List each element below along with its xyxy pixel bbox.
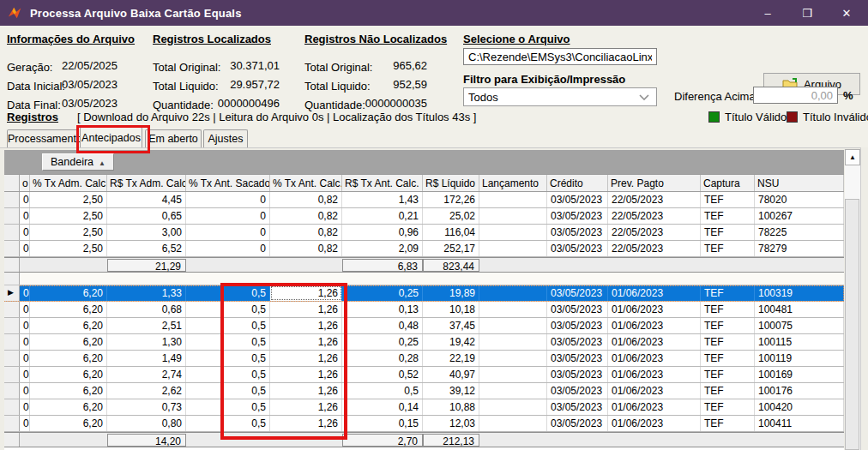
cell[interactable]: 6,52	[107, 241, 186, 256]
cell[interactable]: 0,28	[342, 351, 423, 366]
cell[interactable]: 0,52	[342, 367, 423, 382]
column-header[interactable]: Captura	[701, 175, 755, 191]
cell[interactable]: 100420	[755, 399, 844, 415]
table-row[interactable]: 02,503,0000,820,96116,0403/05/202322/05/…	[4, 225, 844, 241]
cell[interactable]	[479, 383, 547, 399]
cell[interactable]: 01/06/2023	[608, 334, 701, 350]
cell[interactable]: 100481	[755, 302, 844, 317]
cell[interactable]: 252,17	[423, 241, 479, 256]
cell[interactable]: 03/05/2023	[547, 334, 608, 350]
cell[interactable]: 03/05/2023	[547, 399, 608, 415]
cell[interactable]: 100169	[755, 367, 844, 382]
cell[interactable]	[479, 334, 547, 350]
cell[interactable]: 1,26	[270, 334, 342, 350]
cell[interactable]: TEF	[701, 351, 755, 366]
cell[interactable]	[479, 367, 547, 382]
cell[interactable]: 1,30	[107, 334, 186, 350]
scrollbar-thumb[interactable]	[845, 199, 859, 450]
cell[interactable]: TEF	[701, 192, 755, 207]
cell[interactable]: 01/06/2023	[608, 399, 701, 415]
minimize-button-icon[interactable]: –	[748, 0, 787, 26]
cell[interactable]: 0,82	[270, 208, 342, 224]
cell[interactable]: 0,21	[342, 208, 423, 224]
cell[interactable]: 0,5	[186, 285, 270, 301]
cell[interactable]: 2,62	[107, 383, 186, 399]
cell[interactable]: 03/05/2023	[547, 192, 608, 207]
cell[interactable]: 0,5	[186, 399, 270, 415]
cell[interactable]: TEF	[701, 225, 755, 240]
cell[interactable]: 0	[20, 241, 30, 256]
cell[interactable]: 10,88	[423, 399, 479, 415]
cell[interactable]: 0,15	[342, 416, 423, 431]
cell[interactable]: 0	[20, 318, 30, 333]
column-header[interactable]: % Tx Ant. Sacado	[186, 175, 270, 191]
cell[interactable]: 6,20	[30, 285, 107, 301]
cell[interactable]: TEF	[701, 302, 755, 317]
column-header[interactable]: % Tx Adm. Calc.	[30, 175, 107, 191]
cell[interactable]: 22,19	[423, 351, 479, 366]
cell[interactable]: 78225	[755, 225, 844, 240]
cell[interactable]: 0,82	[270, 225, 342, 240]
cell[interactable]: 01/06/2023	[608, 416, 701, 431]
column-header[interactable]: % Tx Ant. Calc.	[270, 175, 342, 191]
table-row[interactable]: 06,201,490,51,260,2822,1903/05/202301/06…	[4, 351, 844, 367]
cell[interactable]: 25,02	[423, 208, 479, 224]
cell[interactable]: 03/05/2023	[547, 383, 608, 399]
cell[interactable]: 6,20	[30, 367, 107, 382]
cell[interactable]: 1,26	[270, 367, 342, 382]
cell[interactable]: 2,50	[30, 225, 107, 240]
cell[interactable]: 0,5	[186, 383, 270, 399]
cell[interactable]: 100075	[755, 318, 844, 333]
table-row[interactable]: 06,201,300,51,260,2519,4203/05/202301/06…	[4, 334, 844, 351]
cell[interactable]	[479, 399, 547, 415]
cell[interactable]	[479, 416, 547, 431]
column-header[interactable]: o	[20, 175, 30, 191]
cell[interactable]: 2,74	[107, 367, 186, 382]
cell[interactable]: 116,04	[423, 225, 479, 240]
cell[interactable]: 0,80	[107, 416, 186, 431]
cell[interactable]: 0,5	[186, 318, 270, 333]
column-header[interactable]: Prev. Pagto	[608, 175, 701, 191]
cell[interactable]: 0,48	[342, 318, 423, 333]
cell[interactable]: 0,82	[270, 192, 342, 207]
cell[interactable]: 0,5	[186, 302, 270, 317]
cell[interactable]: 0	[20, 192, 30, 207]
cell[interactable]: 0	[20, 208, 30, 224]
cell[interactable]: TEF	[701, 383, 755, 399]
cell[interactable]: 0,82	[270, 241, 342, 256]
table-row[interactable]: 02,506,5200,822,09252,1703/05/202322/05/…	[4, 241, 844, 257]
cell[interactable]: 37,45	[423, 318, 479, 333]
cell[interactable]: 01/06/2023	[608, 383, 701, 399]
cell[interactable]: 1,43	[342, 192, 423, 207]
cell[interactable]: 78020	[755, 192, 844, 207]
cell[interactable]: 01/06/2023	[608, 367, 701, 382]
cell[interactable]: 0	[20, 367, 30, 382]
cell[interactable]: 03/05/2023	[547, 318, 608, 333]
maximize-button-icon[interactable]: ❒	[787, 0, 827, 26]
cell[interactable]: 0,5	[186, 334, 270, 350]
cell[interactable]: 6,20	[30, 318, 107, 333]
cell[interactable]: TEF	[701, 334, 755, 350]
cell[interactable]: TEF	[701, 416, 755, 431]
tab-em-aberto[interactable]: Em aberto	[145, 129, 202, 147]
group-by-chip-bandeira[interactable]: Bandeira▲	[42, 153, 114, 171]
cell[interactable]	[479, 208, 547, 224]
cell[interactable]: 0,14	[342, 399, 423, 415]
cell[interactable]	[479, 241, 547, 256]
cell[interactable]: 0	[20, 302, 30, 317]
cell[interactable]: 100411	[755, 416, 844, 431]
cell[interactable]: 78279	[755, 241, 844, 256]
cell[interactable]: 0	[20, 383, 30, 399]
cell[interactable]: 100267	[755, 208, 844, 224]
cell[interactable]: 0,65	[107, 208, 186, 224]
cell[interactable]: 03/05/2023	[547, 367, 608, 382]
cell[interactable]: 0,5	[186, 351, 270, 366]
cell[interactable]: 0	[20, 399, 30, 415]
cell[interactable]: 19,42	[423, 334, 479, 350]
cell[interactable]: 2,09	[342, 241, 423, 256]
cell[interactable]: 6,20	[30, 334, 107, 350]
cell[interactable]: 0	[20, 225, 30, 240]
cell[interactable]	[479, 351, 547, 366]
cell[interactable]: 2,50	[30, 241, 107, 256]
cell[interactable]: 0	[186, 225, 270, 240]
